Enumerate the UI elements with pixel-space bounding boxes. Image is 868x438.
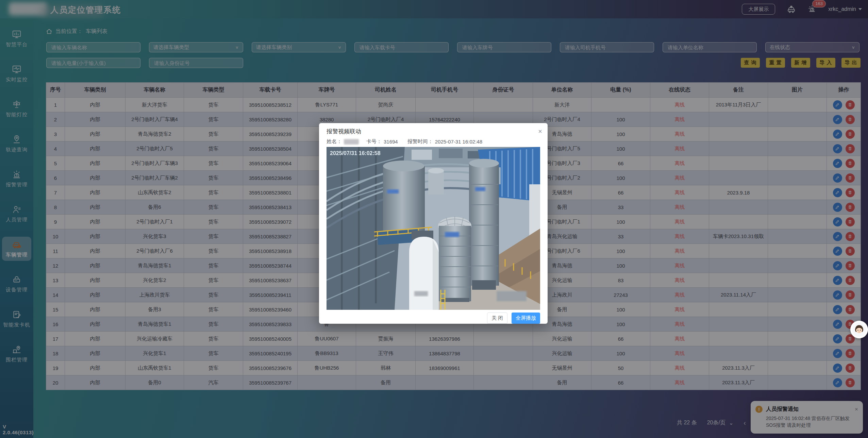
- name-label: 姓名：: [327, 138, 342, 145]
- alarm-video-modal: 报警视频联动 × 姓名： 卡号： 31694 报警时间： 2025-07-31 …: [319, 123, 548, 324]
- modal-close-button[interactable]: 关 闭: [487, 313, 507, 324]
- modal-header: 报警视频联动 ×: [319, 123, 548, 137]
- modal-title: 报警视频联动: [327, 128, 538, 135]
- modal-info-row: 姓名： 卡号： 31694 报警时间： 2025-07-31 16:02:48: [319, 137, 548, 146]
- fullscreen-play-button[interactable]: 全屏播放: [512, 313, 540, 324]
- name-value-blurred: [344, 139, 359, 145]
- card-label: 卡号：: [366, 138, 382, 145]
- avatar-girl-icon: [852, 322, 867, 337]
- assistant-avatar[interactable]: [850, 321, 868, 338]
- app-window: 人员定位管理系统 大屏展示 163 xrkc_admin: [0, 0, 868, 438]
- video-timestamp: 2025/07/31 16:02:58: [330, 150, 381, 156]
- cctv-video-frame: 2025/07/31 16:02:58: [327, 147, 540, 310]
- alarm-time-value: 2025-07-31 16:02:48: [435, 139, 482, 145]
- close-icon[interactable]: ×: [538, 128, 542, 135]
- cctv-frame-image: 2025/07/31 16:02:58: [327, 147, 540, 310]
- card-number: 31694: [384, 139, 398, 145]
- alarm-time-label: 报警时间：: [407, 138, 433, 145]
- modal-footer: 关 闭 全屏播放: [319, 310, 548, 325]
